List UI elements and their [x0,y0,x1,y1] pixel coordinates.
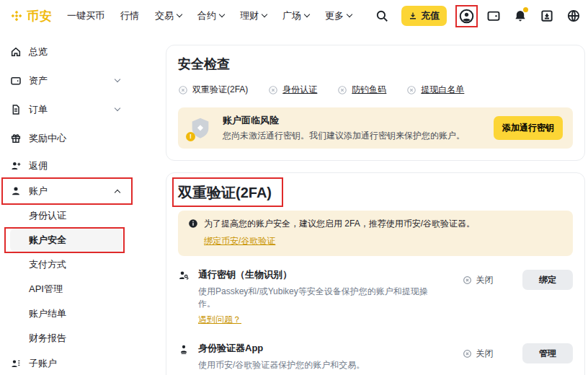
checklist-link[interactable]: 提现白名单 [421,84,464,96]
circle-x-icon [406,85,416,95]
home-icon [10,46,22,58]
nav-item-markets[interactable]: 行情 [120,9,139,22]
row-right: 关闭 绑定 [443,270,573,290]
user-plus-icon [10,160,22,172]
chevron-down-icon [115,105,120,111]
navbar-right: 充值 [375,6,581,26]
sidebar-label: 奖励中心 [29,132,66,145]
sidebar-label: 支付方式 [29,258,66,271]
sidebar-label: 身份认证 [29,209,66,222]
status-off: 关闭 [443,348,512,360]
checklist-item-2fa: 双重验证(2FA) [178,84,248,96]
checklist-item-antiphishing[interactable]: 防钓鱼码 [337,84,386,96]
main-content: 安全检查 双重验证(2FA) 身份认证 防钓鱼码 提现白名单 ! [166,32,585,375]
shield-warning-icon: ! [188,116,214,141]
checklist-item-identity[interactable]: 身份认证 [268,84,317,96]
checklist-link[interactable]: 身份认证 [282,84,317,96]
download-icon [409,12,417,20]
sidebar-label: 返佣 [29,159,48,172]
sidebar-label: 子账户 [29,357,57,370]
sidebar-item-sub-accounts[interactable]: 子账户 [10,350,122,375]
notifications-bell-icon[interactable] [513,9,527,23]
sidebar-item-account[interactable]: 账户 [10,179,122,203]
nav-label: 交易 [155,9,174,22]
authenticator-app-icon [178,343,190,355]
globe-language-icon[interactable] [566,9,581,23]
security-check-card: 安全检查 双重验证(2FA) 身份认证 防钓鱼码 提现白名单 ! [166,45,585,161]
user-icon [10,185,22,197]
gift-icon [10,133,22,144]
sidebar-label: 财务报告 [29,332,66,345]
nav-label: 合约 [197,9,216,22]
trouble-link[interactable]: 遇到问题？ [198,314,241,326]
circle-x-icon [337,85,347,95]
sidebar-item-payment-methods[interactable]: 支付方式 [10,252,122,277]
twofa-info-banner: 为了提高您的账户安全，建议您启用 2FA，推荐使用币安/谷歌验证器。 绑定币安/… [178,211,573,256]
download-app-icon[interactable] [540,9,554,23]
nav-item-futures[interactable]: 合约 [197,9,224,22]
chevron-down-icon [219,12,225,17]
status-label: 关闭 [476,274,494,286]
twofa-card: 双重验证(2FA) 为了提高您的账户安全，建议您启用 2FA，推荐使用币安/谷歌… [166,172,585,375]
checklist-link[interactable]: 防钓鱼码 [352,84,386,96]
manage-authenticator-button[interactable]: 管理 [522,343,573,363]
nav-label: 一键买币 [67,9,104,22]
sidebar-item-financial-reports[interactable]: 财务报告 [10,326,122,350]
sidebar-item-identity-verification[interactable]: 身份认证 [10,203,122,228]
wallet-icon[interactable] [486,9,501,23]
nav-label: 行情 [120,9,139,22]
nav-label: 理财 [240,9,259,22]
checklist-item-whitelist[interactable]: 提现白名单 [406,84,464,96]
circle-x-icon [178,85,188,95]
chevron-down-icon [347,12,352,17]
nav-item-more[interactable]: 更多 [325,9,352,22]
nav-item-buy-crypto[interactable]: 一键买币 [67,9,104,22]
binance-logo[interactable]: 币安 [10,8,53,25]
security-check-title: 安全检查 [178,56,573,73]
row-authenticator-app: 身份验证器App 使用币安/谷歌验证器保护您的账户和交易。 关闭 管理 [178,332,573,375]
sidebar-label: 账户安全 [29,234,66,247]
circle-x-icon [268,85,278,95]
users-icon [10,358,22,369]
sidebar-item-rewards-hub[interactable]: 奖励中心 [10,124,122,153]
orders-file-icon [10,104,22,115]
deposit-button[interactable]: 充值 [401,6,447,26]
nav-label: 更多 [325,9,344,22]
sidebar-label: 总览 [29,45,48,58]
circle-x-icon [463,349,472,358]
profile-icon[interactable] [459,9,474,24]
security-checklist: 双重验证(2FA) 身份认证 防钓鱼码 提现白名单 [178,84,573,96]
circle-x-icon [463,275,472,285]
sidebar-item-orders[interactable]: 订单 [10,95,122,124]
search-icon[interactable] [375,9,389,23]
row-description: 使用Passkey和/或Yubikey等安全设备保护您的账户和提现操作。 [198,286,443,310]
bind-authenticator-link[interactable]: 绑定币安/谷歌验证 [204,235,275,247]
twofa-info-text: 为了提高您的账户安全，建议您启用 2FA，推荐使用币安/谷歌验证器。 [204,219,475,229]
twofa-rows: 通行密钥（生物识别） 使用Passkey和/或Yubikey等安全设备保护您的账… [178,259,573,375]
row-title: 身份验证器App [198,342,365,355]
twofa-info-text-block: 为了提高您的账户安全，建议您启用 2FA，推荐使用币安/谷歌验证器。 绑定币安/… [204,218,475,247]
sidebar-item-overview[interactable]: 总览 [10,38,122,66]
nav-item-earn[interactable]: 理财 [240,9,267,22]
sidebar-item-account-security[interactable]: 账户安全 [10,228,122,252]
notification-dot [523,7,528,12]
warning-title: 账户面临风险 [223,114,465,127]
nav-label: 广场 [282,9,301,22]
row-text: 通行密钥（生物识别） 使用Passkey和/或Yubikey等安全设备保护您的账… [198,268,443,326]
logo-text: 币安 [27,8,53,25]
bind-passkey-button[interactable]: 绑定 [522,270,573,290]
status-off: 关闭 [443,274,512,286]
nav-item-trade[interactable]: 交易 [155,9,182,22]
binance-diamond-icon [10,9,23,22]
status-label: 关闭 [476,348,494,360]
add-passkey-button[interactable]: 添加通行密钥 [494,116,563,140]
sidebar-item-api-management[interactable]: API管理 [10,277,122,301]
row-text: 身份验证器App 使用币安/谷歌验证器保护您的账户和交易。 [198,342,365,371]
sidebar-item-assets[interactable]: 资产 [10,66,122,95]
chevron-down-icon [115,76,120,82]
wallet-icon [10,75,22,87]
sidebar-item-account-statements[interactable]: 账户结单 [10,301,122,326]
sidebar-label: 账户 [29,185,48,198]
nav-item-square[interactable]: 广场 [282,9,309,22]
sidebar-item-referral[interactable]: 返佣 [10,153,122,179]
